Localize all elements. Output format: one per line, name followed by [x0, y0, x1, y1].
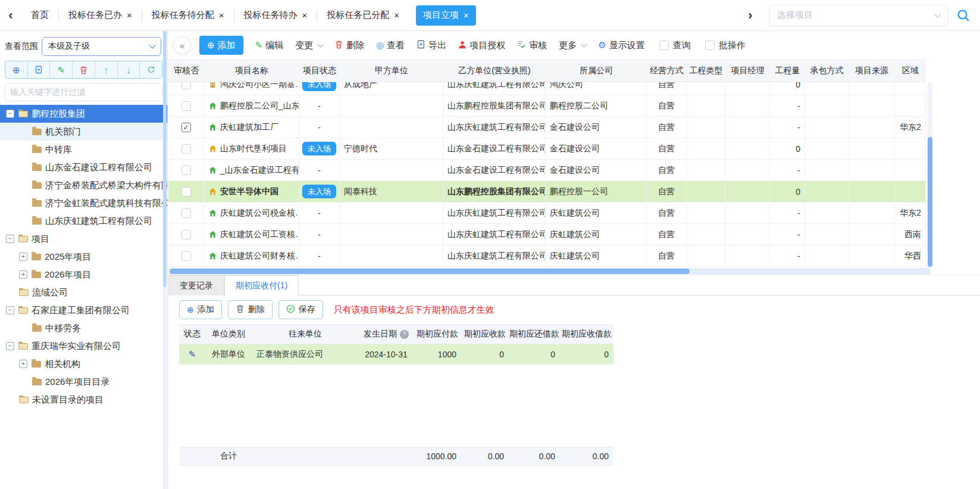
tree-node[interactable]: 济宁金虹装配式建筑科技有限公司 — [0, 194, 167, 212]
row-checkbox[interactable] — [181, 144, 191, 154]
tree-node[interactable]: +相关机构 — [0, 355, 167, 373]
checkbox[interactable] — [659, 41, 669, 50]
tree-node[interactable]: 山东金石建设工程有限公司 — [0, 158, 167, 176]
tree-toggle-plus-icon[interactable]: + — [19, 270, 27, 279]
panel-save-button[interactable]: 保存 — [278, 300, 323, 319]
table-row[interactable]: 鹏程控股二公司_山东…-山东鹏程控股集团有限公司鹏程控股二公司自营- — [168, 95, 926, 117]
add-file-icon[interactable] — [28, 61, 51, 78]
tab[interactable]: 投标任务已分配× — [317, 0, 409, 31]
row-checkbox[interactable] — [181, 208, 191, 218]
tree-toggle-minus-icon[interactable]: − — [6, 235, 14, 243]
horizontal-scrollbar-thumb[interactable] — [170, 269, 690, 274]
export-button[interactable]: 导出 — [417, 40, 446, 51]
authorize-button[interactable]: 项目授权 — [458, 40, 505, 51]
tab[interactable]: 投标任务待分配× — [142, 0, 234, 31]
edit-pencil-icon[interactable]: ✎ — [189, 349, 196, 360]
tree-node[interactable]: 未设置目录的项目 — [0, 391, 167, 409]
panel-tab[interactable]: 变更记录 — [168, 275, 224, 295]
display-settings-button[interactable]: ⚙ 显示设置 — [598, 40, 644, 51]
tree-node[interactable]: 2026年项目目录 — [0, 373, 167, 391]
scope-select[interactable]: 本级及子级 — [42, 37, 161, 56]
sidebar-scrollbar-thumb[interactable] — [163, 31, 167, 287]
batch-ops-checkbox[interactable]: 批操作 — [705, 40, 746, 51]
tab[interactable]: 首页 — [21, 0, 58, 31]
delete-trash-icon[interactable] — [73, 61, 95, 78]
table-row[interactable]: 鸿庆公司小区一期基…未入场从成地产山东庆虹建筑工程有限公司鸿庆公司自营0 — [168, 82, 926, 95]
tab-close-icon[interactable]: × — [464, 11, 469, 20]
edit-pencil-icon[interactable]: ✎ — [50, 61, 73, 78]
tree-toggle-plus-icon[interactable]: + — [19, 253, 27, 261]
table-row[interactable]: 安世半导体中国未入场闻泰科技山东鹏程控股集团有限公司鹏程控股一公司自营0 — [168, 181, 926, 203]
cell-source — [849, 224, 895, 245]
project-select[interactable]: 选择项目 — [769, 5, 948, 26]
view-button[interactable]: ◎ 查看 — [376, 40, 405, 51]
cell-party-a — [340, 224, 443, 245]
add-project-button[interactable]: ⊕ 添加 — [199, 36, 243, 55]
add-node-icon[interactable]: ⊕ — [5, 61, 28, 78]
row-checkbox[interactable] — [181, 230, 191, 239]
tree-node[interactable]: −石家庄建工集团有限公司 — [0, 301, 167, 319]
tab-close-icon[interactable]: × — [394, 11, 399, 20]
query-checkbox[interactable]: 查询 — [659, 40, 691, 51]
tab-active[interactable]: 项目立项× — [416, 5, 476, 26]
tab-close-icon[interactable]: × — [127, 11, 132, 20]
audit-button[interactable]: 审核 — [517, 40, 547, 51]
tree-node[interactable]: −重庆瑞华实业有限公司 — [0, 337, 167, 355]
help-question-icon[interactable]: ? — [400, 330, 409, 339]
table-row[interactable]: 庆虹建筑公司工资核…-山东庆虹建筑工程有限公司庆虹建筑公司自营-西南 — [168, 224, 926, 245]
row-checkbox[interactable] — [181, 166, 191, 175]
tabs-scroll-right-icon[interactable]: › — [740, 0, 761, 31]
panel-tab-active[interactable]: 期初应收付(1) — [224, 275, 299, 295]
row-checkbox[interactable] — [181, 251, 191, 261]
row-checkbox[interactable] — [181, 82, 191, 89]
tree-node[interactable]: −项目 — [0, 230, 167, 248]
more-button[interactable]: 更多 — [559, 40, 586, 51]
collapse-sidebar-button[interactable]: « — [173, 36, 191, 54]
edit-button[interactable]: ✎ 编辑 — [255, 40, 284, 51]
table-row[interactable]: 庆虹建筑公司税金核…-山东庆虹建筑工程有限公司庆虹建筑公司自营-华东2 — [168, 203, 926, 224]
tree-toggle-plus-icon[interactable]: + — [19, 360, 27, 368]
tabs-scroll-left-icon[interactable]: ‹ — [0, 0, 21, 31]
row-checkbox[interactable]: ✓ — [181, 123, 191, 132]
search-icon[interactable] — [956, 8, 970, 23]
table-row[interactable]: ✓庆虹建筑加工厂-山东庆虹建筑工程有限公司金石建设公司自营-华东2 — [168, 117, 926, 138]
tree-node[interactable]: 中转库 — [0, 141, 167, 158]
table-row[interactable]: _山东金石建设工程有…-山东金石建设工程有限公司金石建设公司自营- — [168, 160, 926, 181]
tree-toggle-minus-icon[interactable]: − — [6, 110, 14, 118]
tab[interactable]: 投标任务待办× — [234, 0, 317, 31]
refresh-icon[interactable] — [140, 61, 162, 78]
tree-toggle-minus-icon[interactable]: − — [6, 306, 14, 314]
cell-manager — [725, 95, 770, 116]
vertical-scrollbar-thumb[interactable] — [928, 137, 932, 267]
table-row[interactable]: ✎外部单位正泰物资供应公司2024-10-311000000 — [179, 344, 613, 365]
horizontal-scrollbar[interactable] — [168, 268, 931, 275]
move-up-icon[interactable]: ↑ — [95, 61, 118, 78]
panel-add-button[interactable]: ⊕ 添加 — [179, 300, 222, 319]
tab-close-icon[interactable]: × — [219, 11, 224, 20]
move-down-icon[interactable]: ↓ — [118, 61, 140, 78]
tree-node[interactable]: +2025年项目 — [0, 248, 167, 266]
table-row[interactable]: 山东时代垦利项目未入场宁德时代山东金石建设工程有限公司金石建设公司自营0 — [168, 138, 926, 160]
tree-node[interactable]: −鹏程控股集团 — [0, 105, 167, 123]
row-checkbox[interactable] — [181, 187, 191, 197]
tree-node[interactable]: 山东庆虹建筑工程有限公司 — [0, 212, 167, 230]
tree-node[interactable]: +2026年项目 — [0, 266, 167, 284]
tab-close-icon[interactable]: × — [302, 11, 308, 20]
cell-party-b: 山东金石建设工程有限公司 — [443, 138, 546, 159]
vertical-scrollbar[interactable] — [928, 82, 932, 268]
tree-filter-input[interactable]: 输入关键字进行过滤 — [5, 83, 162, 101]
panel-delete-button[interactable]: 删除 — [228, 300, 273, 319]
tab[interactable]: 投标任务已办× — [59, 0, 142, 31]
change-button[interactable]: 变更 — [295, 40, 323, 51]
row-checkbox[interactable] — [181, 101, 191, 111]
sidebar-scrollbar[interactable] — [163, 31, 167, 489]
table-row[interactable]: 庆虹建筑公司财务核…-山东庆虹建筑工程有限公司庆虹建筑公司自营-华西 — [168, 245, 926, 267]
tree-node[interactable]: 流域公司 — [0, 284, 167, 301]
tree-node[interactable]: 机关部门 — [0, 123, 167, 141]
tree-node[interactable]: 中移劳务 — [0, 319, 167, 337]
initial-balance-totals: 合计1000.000.000.000.00 — [179, 447, 613, 466]
checkbox[interactable] — [705, 41, 715, 50]
tree-node[interactable]: 济宁金桥装配式桥梁大构件有限公司 — [0, 176, 167, 194]
tree-toggle-minus-icon[interactable]: − — [6, 342, 14, 350]
delete-button[interactable]: 删除 — [334, 40, 364, 51]
